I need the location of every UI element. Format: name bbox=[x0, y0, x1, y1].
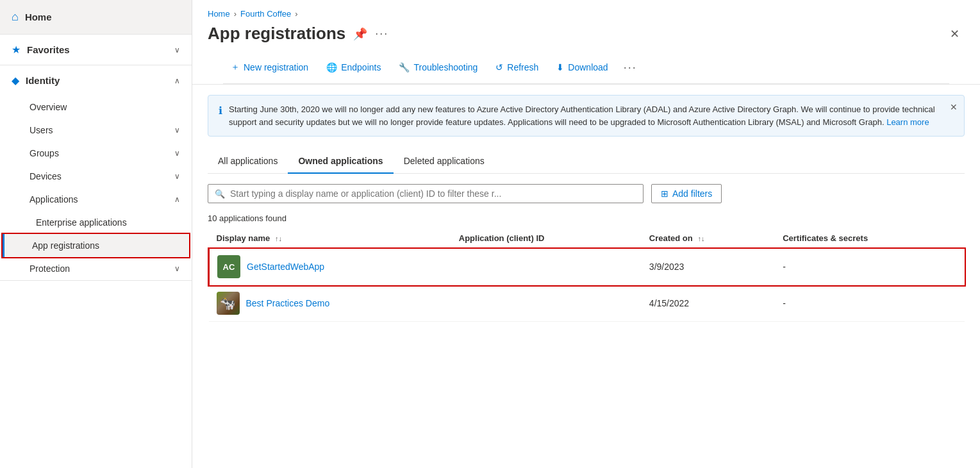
download-label: Download bbox=[568, 62, 608, 72]
col-created-on: Created on ↑↓ bbox=[642, 228, 775, 249]
table-cell-created-1: 3/9/2023 bbox=[642, 249, 775, 285]
sidebar-users-label: Users bbox=[29, 125, 53, 135]
sidebar-item-overview[interactable]: Overview bbox=[0, 96, 192, 119]
breadcrumb: Home › Fourth Coffee › bbox=[208, 9, 965, 19]
app-registrations-label: App registrations bbox=[32, 240, 99, 251]
page-title-row: App registrations 📌 ··· ✕ bbox=[208, 24, 965, 44]
table-cell-name-2: 🐄 Best Practices Demo bbox=[209, 285, 451, 322]
enterprise-apps-label: Enterprise applications bbox=[36, 217, 127, 228]
table-cell-client-id-1 bbox=[451, 249, 642, 285]
sidebar-protection-label: Protection bbox=[29, 263, 70, 274]
app-avatar-2: 🐄 bbox=[217, 292, 240, 315]
table-cell-client-id-2 bbox=[451, 285, 642, 322]
tab-owned-applications[interactable]: Owned applications bbox=[288, 149, 393, 174]
table-cell-created-2: 4/15/2022 bbox=[642, 285, 775, 322]
sidebar-item-enterprise-apps[interactable]: Enterprise applications bbox=[0, 211, 192, 234]
app-link-2[interactable]: Best Practices Demo bbox=[246, 298, 330, 308]
wrench-icon: 🔧 bbox=[399, 62, 410, 72]
col-display-name: Display name ↑↓ bbox=[209, 228, 451, 249]
breadcrumb-sep-2: › bbox=[295, 9, 297, 19]
content-body: ℹ Starting June 30th, 2020 we will no lo… bbox=[192, 85, 980, 468]
col-certs: Certificates & secrets bbox=[775, 228, 965, 249]
tab-deleted-applications[interactable]: Deleted applications bbox=[394, 149, 495, 174]
sidebar-item-applications[interactable]: Applications ∧ bbox=[0, 188, 192, 211]
sidebar-applications-label: Applications bbox=[29, 194, 78, 205]
applications-table: Display name ↑↓ Application (client) ID … bbox=[208, 228, 965, 322]
page-title: App registrations bbox=[208, 24, 345, 44]
main-content: Home › Fourth Coffee › App registrations… bbox=[192, 0, 980, 468]
favorites-label: Favorites bbox=[27, 44, 70, 55]
globe-icon: 🌐 bbox=[326, 62, 337, 72]
protection-chevron-icon: ∨ bbox=[174, 264, 180, 273]
main-header: Home › Fourth Coffee › App registrations… bbox=[192, 0, 980, 85]
info-icon: ℹ bbox=[219, 104, 222, 117]
search-filter-row: 🔍 ⊞ Add filters bbox=[208, 184, 965, 203]
sort-icon-created[interactable]: ↑↓ bbox=[697, 235, 704, 242]
refresh-button[interactable]: ↺ Refresh bbox=[488, 58, 546, 76]
table-cell-certs-2: - bbox=[775, 285, 965, 322]
favorites-chevron-icon: ∨ bbox=[174, 46, 180, 54]
table-cell-certs-1: - bbox=[775, 249, 965, 285]
devices-chevron-icon: ∨ bbox=[174, 172, 180, 181]
search-input[interactable] bbox=[230, 188, 636, 199]
sidebar-section-identity: ◆ Identity ∧ Overview Users ∨ Groups ∨ D… bbox=[0, 65, 192, 281]
filter-icon: ⊞ bbox=[661, 188, 669, 199]
table-cell-name: AC GetStartedWebApp bbox=[209, 249, 451, 285]
identity-label: Identity bbox=[26, 75, 60, 86]
sidebar-groups-label: Groups bbox=[29, 148, 59, 158]
identity-icon: ◆ bbox=[12, 74, 19, 87]
alert-text: Starting June 30th, 2020 we will no long… bbox=[229, 103, 954, 128]
download-button[interactable]: ⬇ Download bbox=[549, 58, 615, 76]
sort-icon-name[interactable]: ↑↓ bbox=[275, 235, 282, 242]
tab-bar: All applications Owned applications Dele… bbox=[208, 149, 965, 174]
favorites-icon: ★ bbox=[12, 44, 21, 56]
sidebar-section-favorites: ★ Favorites ∨ bbox=[0, 35, 192, 65]
sidebar-identity-header[interactable]: ◆ Identity ∧ bbox=[0, 65, 192, 96]
users-chevron-icon: ∨ bbox=[174, 126, 180, 135]
download-icon: ⬇ bbox=[556, 62, 564, 72]
new-registration-button[interactable]: ＋ New registration bbox=[223, 58, 316, 77]
app-link-1[interactable]: GetStartedWebApp bbox=[247, 262, 324, 272]
sidebar-item-groups[interactable]: Groups ∨ bbox=[0, 142, 192, 165]
new-registration-label: New registration bbox=[244, 62, 308, 72]
sidebar-home[interactable]: ⌂ Home bbox=[0, 0, 192, 35]
breadcrumb-sep-1: › bbox=[234, 9, 237, 19]
toolbar: ＋ New registration 🌐 Endpoints 🔧 Trouble… bbox=[223, 51, 949, 84]
sidebar-overview-label: Overview bbox=[29, 102, 67, 112]
home-icon: ⌂ bbox=[12, 10, 19, 24]
tab-all-applications[interactable]: All applications bbox=[208, 149, 288, 174]
sidebar-home-label: Home bbox=[25, 12, 52, 22]
refresh-label: Refresh bbox=[507, 62, 538, 72]
refresh-icon: ↺ bbox=[495, 62, 503, 72]
results-count: 10 applications found bbox=[208, 213, 965, 223]
sidebar-item-devices[interactable]: Devices ∨ bbox=[0, 165, 192, 188]
applications-chevron-icon: ∧ bbox=[174, 195, 180, 204]
identity-chevron-icon: ∧ bbox=[174, 76, 180, 85]
filter-label: Add filters bbox=[672, 188, 712, 199]
sidebar-item-app-registrations[interactable]: App registrations bbox=[3, 234, 189, 257]
troubleshooting-button[interactable]: 🔧 Troubleshooting bbox=[391, 58, 485, 76]
toolbar-more-icon[interactable]: ··· bbox=[619, 58, 642, 77]
table-row: AC GetStartedWebApp 3/9/2023 - bbox=[209, 249, 965, 285]
plus-icon: ＋ bbox=[231, 62, 240, 73]
alert-learn-more-link[interactable]: Learn more bbox=[886, 117, 929, 127]
alert-close-button[interactable]: ✕ bbox=[950, 102, 958, 112]
alert-banner: ℹ Starting June 30th, 2020 we will no lo… bbox=[208, 95, 965, 137]
pin-icon[interactable]: 📌 bbox=[353, 27, 367, 41]
app-avatar-1: AC bbox=[217, 255, 240, 278]
table-row: 🐄 Best Practices Demo 4/15/2022 - bbox=[209, 285, 965, 322]
sidebar-favorites-header[interactable]: ★ Favorites ∨ bbox=[0, 35, 192, 65]
sidebar-item-users[interactable]: Users ∨ bbox=[0, 119, 192, 142]
more-icon[interactable]: ··· bbox=[375, 27, 388, 40]
sidebar-item-protection[interactable]: Protection ∨ bbox=[0, 257, 192, 280]
col-client-id: Application (client) ID bbox=[451, 228, 642, 249]
sidebar: ⌂ Home ★ Favorites ∨ ◆ Identity ∧ Overvi… bbox=[0, 0, 192, 468]
breadcrumb-fourth-coffee[interactable]: Fourth Coffee bbox=[240, 9, 291, 19]
endpoints-button[interactable]: 🌐 Endpoints bbox=[319, 58, 388, 76]
search-icon: 🔍 bbox=[215, 189, 225, 199]
search-box: 🔍 bbox=[208, 184, 644, 203]
close-button[interactable]: ✕ bbox=[945, 24, 965, 44]
sidebar-devices-label: Devices bbox=[29, 171, 62, 181]
breadcrumb-home[interactable]: Home bbox=[208, 9, 230, 19]
add-filters-button[interactable]: ⊞ Add filters bbox=[651, 184, 722, 203]
